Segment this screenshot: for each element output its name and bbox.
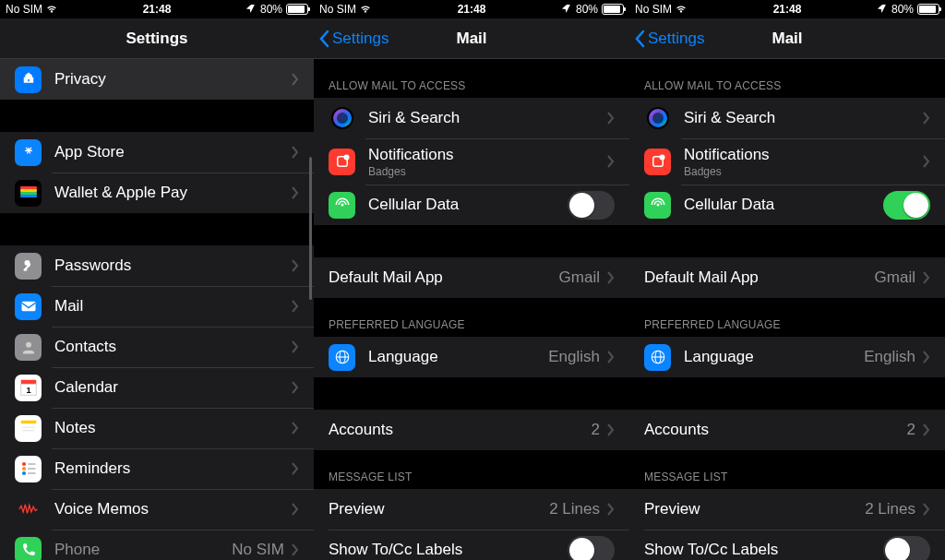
appstore-icon bbox=[15, 139, 42, 166]
scroll-indicator[interactable] bbox=[309, 157, 312, 300]
chevron-left-icon bbox=[635, 30, 646, 48]
mail-row-accounts[interactable]: Accounts 2 bbox=[314, 410, 629, 450]
chevron-right-icon bbox=[292, 462, 299, 475]
settings-row-wallet[interactable]: Wallet & Apple Pay bbox=[0, 173, 314, 213]
status-time: 21:48 bbox=[773, 3, 802, 16]
chevron-right-icon bbox=[923, 351, 930, 363]
settings-list[interactable]: Privacy App Store Wallet & Apple Pay Pas… bbox=[0, 59, 314, 560]
location-icon bbox=[877, 4, 888, 15]
settings-row-contacts[interactable]: Contacts bbox=[0, 327, 314, 367]
svg-point-5 bbox=[26, 342, 31, 348]
globe-icon bbox=[644, 344, 671, 371]
chevron-right-icon bbox=[923, 503, 930, 516]
row-label: App Store bbox=[54, 143, 292, 161]
screen-settings: No SIM 21:48 80% Settings Privacy App S bbox=[0, 0, 314, 560]
chevron-right-icon bbox=[292, 186, 299, 199]
status-time: 21:48 bbox=[143, 3, 172, 16]
settings-row-appstore[interactable]: App Store bbox=[0, 132, 314, 173]
mail-row-accounts[interactable]: Accounts 2 bbox=[629, 410, 945, 450]
chevron-right-icon bbox=[607, 112, 615, 125]
mail-settings-list[interactable]: ALLOW MAIL TO ACCESS Siri & Search Notif… bbox=[629, 59, 945, 560]
mail-row-default-app[interactable]: Default Mail App Gmail bbox=[314, 257, 629, 298]
chevron-right-icon bbox=[292, 543, 299, 556]
chevron-right-icon bbox=[607, 271, 615, 284]
back-button[interactable]: Settings bbox=[635, 18, 704, 59]
mail-row-siri[interactable]: Siri & Search bbox=[314, 98, 629, 138]
row-label: Language bbox=[684, 348, 864, 366]
calendar-icon: 1 bbox=[15, 375, 42, 401]
row-label: Notifications bbox=[684, 146, 923, 164]
settings-row-passwords[interactable]: Passwords bbox=[0, 245, 314, 286]
settings-row-phone[interactable]: Phone No SIM bbox=[0, 530, 314, 560]
chevron-right-icon bbox=[292, 73, 299, 86]
allow-access-header: ALLOW MAIL TO ACCESS bbox=[314, 59, 629, 98]
row-label: Wallet & Apple Pay bbox=[54, 184, 292, 202]
chevron-right-icon bbox=[607, 423, 615, 436]
mail-row-default-app[interactable]: Default Mail App Gmail bbox=[629, 257, 945, 298]
row-label: Passwords bbox=[54, 256, 292, 275]
chevron-right-icon bbox=[292, 381, 299, 394]
svg-rect-0 bbox=[20, 186, 37, 189]
chevron-right-icon bbox=[292, 340, 299, 353]
chevron-left-icon bbox=[319, 30, 330, 48]
notes-icon bbox=[15, 415, 42, 442]
showtocc-toggle[interactable] bbox=[883, 536, 930, 561]
svg-rect-4 bbox=[21, 302, 35, 312]
svg-point-21 bbox=[337, 113, 348, 124]
settings-row-reminders[interactable]: Reminders bbox=[0, 448, 314, 489]
settings-row-calendar[interactable]: 1 Calendar bbox=[0, 367, 314, 408]
notifications-icon bbox=[329, 149, 355, 175]
svg-rect-1 bbox=[20, 189, 37, 192]
row-value: 2 Lines bbox=[549, 500, 600, 518]
wallet-icon bbox=[15, 180, 42, 207]
wifi-icon bbox=[360, 4, 371, 15]
message-list-header: MESSAGE LIST bbox=[314, 450, 629, 489]
chevron-right-icon bbox=[923, 271, 930, 284]
mail-row-notifications[interactable]: Notifications Badges bbox=[629, 138, 945, 185]
mail-settings-list[interactable]: ALLOW MAIL TO ACCESS Siri & Search Notif… bbox=[314, 59, 629, 560]
mail-row-language[interactable]: Language English bbox=[314, 337, 629, 377]
cellular-toggle[interactable] bbox=[568, 191, 615, 220]
row-value: English bbox=[864, 348, 915, 366]
mail-row-language[interactable]: Language English bbox=[629, 337, 945, 377]
row-value: 2 Lines bbox=[865, 500, 915, 518]
message-list-header: MESSAGE LIST bbox=[629, 450, 945, 489]
preferred-language-header: PREFERRED LANGUAGE bbox=[629, 298, 945, 337]
status-bar: No SIM 21:48 80% bbox=[629, 0, 945, 18]
back-button[interactable]: Settings bbox=[319, 18, 389, 59]
row-value: 2 bbox=[592, 421, 600, 439]
status-bar: No SIM 21:48 80% bbox=[314, 0, 629, 18]
row-label: Phone bbox=[54, 541, 232, 559]
mail-row-notifications[interactable]: Notifications Badges bbox=[314, 138, 629, 185]
status-time: 21:48 bbox=[458, 3, 486, 16]
settings-row-voicememos[interactable]: Voice Memos bbox=[0, 489, 314, 530]
status-battery-pct: 80% bbox=[260, 3, 282, 16]
row-label: Accounts bbox=[329, 421, 592, 439]
mail-row-siri[interactable]: Siri & Search bbox=[629, 98, 945, 138]
svg-point-13 bbox=[21, 462, 25, 466]
showtocc-toggle[interactable] bbox=[568, 536, 615, 561]
row-label: Preview bbox=[644, 500, 865, 518]
svg-point-14 bbox=[21, 467, 25, 471]
status-bar: No SIM 21:48 80% bbox=[0, 0, 314, 18]
chevron-right-icon bbox=[292, 503, 299, 516]
nav-bar-settings: Settings bbox=[0, 18, 314, 59]
status-carrier: No SIM bbox=[319, 3, 356, 16]
row-label: Language bbox=[368, 348, 548, 366]
back-label: Settings bbox=[648, 30, 704, 48]
location-icon bbox=[561, 4, 572, 15]
page-title: Mail bbox=[772, 30, 802, 48]
mail-row-preview[interactable]: Preview 2 Lines bbox=[629, 489, 945, 530]
cellular-toggle[interactable] bbox=[883, 191, 930, 220]
voicememos-icon bbox=[15, 496, 42, 523]
row-label: Reminders bbox=[54, 459, 292, 478]
mail-row-preview[interactable]: Preview 2 Lines bbox=[314, 489, 629, 530]
status-carrier: No SIM bbox=[6, 3, 42, 16]
settings-row-privacy[interactable]: Privacy bbox=[0, 59, 314, 100]
row-value: Gmail bbox=[559, 268, 600, 287]
cellular-icon bbox=[644, 192, 671, 219]
settings-row-notes[interactable]: Notes bbox=[0, 408, 314, 448]
status-carrier: No SIM bbox=[635, 3, 672, 16]
settings-row-mail[interactable]: Mail bbox=[0, 286, 314, 327]
wifi-icon bbox=[676, 4, 687, 15]
